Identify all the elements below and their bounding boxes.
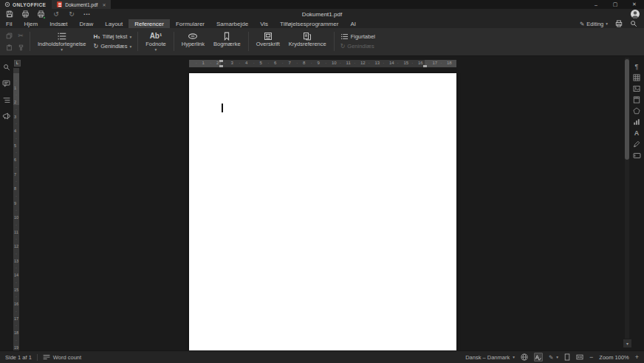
tab-formularer[interactable]: Formularer [170, 19, 210, 28]
header-footer-settings-button[interactable] [632, 96, 642, 104]
image-settings-button[interactable] [632, 85, 642, 92]
fit-page-icon [564, 353, 570, 361]
textart-settings-button[interactable]: A [632, 129, 642, 137]
editing-mode-label: Editing [586, 21, 603, 27]
first-line-indent-marker[interactable] [219, 60, 223, 62]
format-painter-button[interactable] [16, 43, 25, 52]
bookmark-icon [223, 32, 230, 41]
tab-indsaet[interactable]: Indsæt [44, 19, 73, 28]
vertical-ruler[interactable]: 1·2·3·4·5·6·7·8·9·10·11·12·13·14·15·16·1… [13, 68, 19, 350]
copy-button[interactable] [4, 31, 13, 40]
right-indent-marker[interactable] [423, 65, 427, 67]
right-settings-panel: ¶ A [629, 56, 644, 350]
add-text-dropdown[interactable]: H₁ Tilføj tekst ▾ [93, 33, 131, 40]
ruler-tick: · [440, 61, 442, 65]
ruler-tick: · [16, 136, 17, 140]
word-count-label: Word count [53, 354, 81, 361]
app-menu-button[interactable]: ONLYOFFICE [0, 0, 52, 9]
ruler-number: 10 [332, 61, 337, 65]
bookmark-button[interactable]: Bogmærke [209, 30, 245, 53]
ruler-number: 8 [14, 186, 16, 191]
tab-tilfoejelsesprogrammer[interactable]: Tilføjelsesprogrammer [274, 19, 344, 28]
left-indent-marker[interactable] [219, 65, 223, 67]
ruler-number: 3 [14, 115, 16, 119]
image-icon [633, 85, 640, 92]
maximize-button[interactable]: ▢ [606, 0, 625, 9]
tab-referencer[interactable]: Referencer [129, 19, 170, 28]
ruler-number: 7 [14, 172, 16, 177]
tab-draw[interactable]: Draw [74, 19, 100, 28]
editing-mode-dropdown[interactable]: ✎ Editing ▾ [580, 21, 608, 27]
tab-vis[interactable]: Vis [254, 19, 274, 28]
user-avatar[interactable] [631, 10, 640, 18]
close-button[interactable]: ✕ [625, 0, 644, 9]
language-selector[interactable]: Dansk – Danmark ▾ [465, 354, 515, 361]
tab-ai[interactable]: AI [344, 19, 362, 28]
ruler-tick: · [354, 61, 355, 65]
table-icon [633, 74, 640, 81]
highlighter-dropdown[interactable]: ✎ ▾ [549, 354, 558, 361]
print-icon [21, 10, 30, 18]
cut-button[interactable]: ✂ [16, 31, 25, 40]
customize-toolbar-button[interactable]: ••• [83, 10, 92, 18]
signature-settings-button[interactable] [632, 140, 642, 148]
comments-button[interactable] [2, 79, 11, 88]
document-page[interactable] [189, 73, 456, 350]
caption-button[interactable]: Overskrift [252, 30, 284, 53]
quick-access-toolbar: ↺ ↻ ••• Dokument1.pdf [0, 9, 644, 19]
paragraph-settings-button[interactable]: ¶ [632, 63, 642, 70]
ruler-number: 18 [447, 61, 452, 65]
refresh-toc-dropdown[interactable]: ↻ Genindlæs ▾ [93, 43, 131, 50]
left-toolbar [0, 56, 13, 350]
format-painter-icon [18, 44, 24, 51]
chart-settings-button[interactable] [632, 118, 642, 126]
tab-stop-selector[interactable]: L [14, 60, 21, 67]
fit-width-button[interactable] [576, 353, 583, 361]
tab-fil[interactable]: Fil [0, 19, 18, 28]
document-tab[interactable]: Dokument1.pdf ✕ [52, 0, 111, 9]
horizontal-ruler[interactable]: 1·2·3·4·5·6·7·8·9·10·11·12·13·14·15·16·1… [189, 60, 456, 67]
print-quick-button[interactable] [615, 20, 623, 27]
tab-layout[interactable]: Layout [99, 19, 129, 28]
search-button[interactable] [630, 20, 637, 27]
ruler-tick: · [311, 61, 312, 65]
fit-page-button[interactable] [564, 353, 570, 361]
hyperlink-button[interactable]: Hyperlink [177, 30, 209, 53]
chevron-down-icon: ▾ [513, 355, 515, 359]
minimize-button[interactable]: – [586, 0, 606, 9]
pencil-icon: ✎ [580, 21, 584, 27]
save-button[interactable] [5, 10, 14, 18]
navigation-button[interactable] [2, 95, 11, 104]
heading-icon: H₁ [93, 33, 100, 40]
spell-check-toggle[interactable] [534, 353, 543, 362]
ruler-number: 2 [216, 61, 219, 65]
paste-button[interactable] [4, 43, 13, 52]
word-count-button[interactable]: Word count [43, 354, 81, 361]
find-button[interactable] [2, 63, 11, 72]
zoom-in-button[interactable]: + [635, 353, 639, 361]
table-of-contents-button[interactable]: Indholdsfortegnelse ▾ [33, 30, 90, 53]
feedback-button[interactable] [2, 112, 11, 121]
zoom-out-button[interactable]: − [589, 353, 593, 361]
shape-settings-button[interactable] [632, 107, 642, 115]
hyperlink-label: Hyperlink [182, 41, 205, 48]
footnote-icon: Ab¹ [150, 32, 162, 41]
print-button[interactable] [21, 10, 30, 18]
document-language-button[interactable] [521, 353, 528, 361]
table-of-figures-button[interactable]: Figurtabel [340, 33, 375, 40]
undo-button[interactable]: ↺ [52, 10, 61, 18]
refresh-figures-button[interactable]: ↻ Genindlæs [340, 43, 375, 50]
table-settings-button[interactable] [632, 74, 642, 81]
form-settings-button[interactable] [632, 152, 642, 159]
footnote-button[interactable]: Ab¹ Fodnote ▾ [141, 30, 171, 53]
quick-print-button[interactable] [36, 10, 45, 18]
ruler-tick: · [397, 61, 399, 65]
tab-close-icon[interactable]: ✕ [102, 2, 106, 7]
tab-samarbejde[interactable]: Samarbejde [210, 19, 254, 28]
cross-reference-button[interactable]: Krydsreference [284, 30, 331, 53]
ruler-tick: · [16, 121, 17, 126]
page-indicator[interactable]: Side 1 af 1 [5, 354, 32, 361]
redo-button[interactable]: ↻ [67, 10, 76, 18]
tab-hjem[interactable]: Hjem [18, 19, 44, 28]
ruler-tick: · [16, 338, 17, 342]
